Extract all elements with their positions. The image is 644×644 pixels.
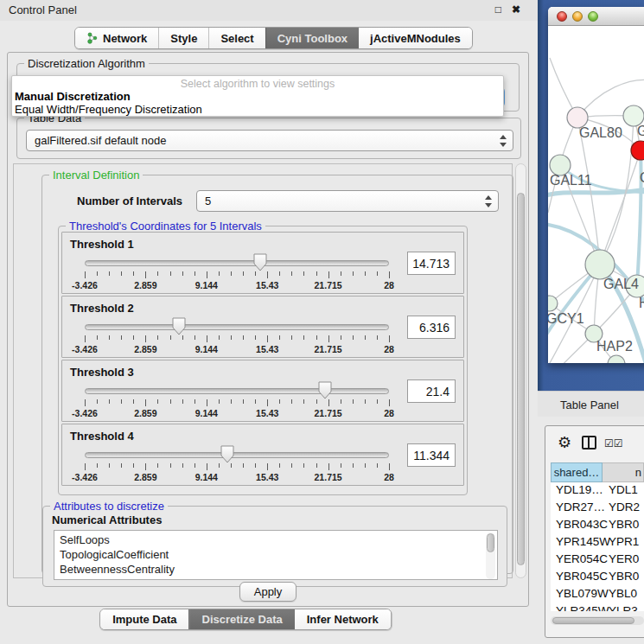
top-tab-bar: Network Style Select Cyni Toolbox jActiv… — [74, 27, 473, 49]
slider-ticks — [85, 463, 389, 470]
table-row[interactable]: YDR27…YDR2 — [551, 500, 644, 517]
float-window-icon[interactable]: □ — [495, 3, 501, 16]
tab-jactivemnodules[interactable]: jActiveMNodules — [359, 28, 472, 48]
tick-mark — [341, 399, 341, 404]
cell-shared-name[interactable]: YER054C — [551, 552, 603, 569]
network-canvas[interactable]: GAL80GACGAL11GAL4GCY1HHAP2 — [548, 27, 644, 363]
gear-icon[interactable]: ⚙ — [558, 435, 571, 450]
slider-thumb[interactable] — [172, 317, 186, 335]
tick-mark — [85, 271, 86, 278]
network-node[interactable] — [585, 250, 615, 279]
threshold-value-field[interactable]: 14.713 — [407, 252, 456, 275]
select-columns-icon[interactable]: ☑☑ — [604, 437, 623, 450]
threshold-value-field[interactable]: 21.4 — [407, 379, 456, 403]
network-window-titlebar[interactable] — [548, 7, 644, 26]
table-row[interactable]: YBR045CYBR0 — [551, 569, 644, 586]
slider-track[interactable] — [85, 260, 389, 266]
tick-mark — [303, 271, 304, 276]
network-node[interactable] — [631, 141, 644, 160]
table-row[interactable]: YDL19…YDL1 — [551, 482, 644, 500]
apply-button[interactable]: Apply — [239, 582, 296, 602]
cell-name[interactable]: YDR2 — [603, 500, 644, 517]
close-traffic-light[interactable] — [557, 11, 567, 22]
scrollbar-thumb[interactable] — [487, 533, 494, 552]
settings-vertical-scrollbar[interactable] — [515, 163, 526, 578]
tick-label: 15.43 — [256, 280, 278, 290]
cell-name[interactable]: YBR0 — [603, 569, 644, 586]
cell-name[interactable]: YDL1 — [603, 482, 644, 500]
table-row[interactable]: YLR345WYLR3 — [551, 603, 644, 611]
cell-shared-name[interactable]: YDL19… — [551, 482, 603, 500]
table-row[interactable]: YPR145WYPR1 — [551, 534, 644, 552]
cell-name[interactable]: YPR1 — [603, 534, 644, 552]
tick-mark — [145, 399, 146, 406]
threshold-slider[interactable]: -3.4262.8599.14415.4321.71528 — [85, 383, 389, 419]
cell-shared-name[interactable]: YPR145W — [551, 534, 603, 552]
slider-thumb[interactable] — [318, 381, 332, 399]
threshold-value-field[interactable]: 11.344 — [407, 443, 456, 467]
table-row[interactable]: YBL079WYBL0 — [551, 586, 644, 603]
slider-track[interactable] — [85, 452, 389, 458]
threshold-slider[interactable]: -3.4262.8599.14415.4321.71528 — [85, 447, 389, 483]
column-header-shared-name[interactable]: shared… — [551, 462, 603, 482]
popup-item-manual-discretization[interactable]: Manual Discretization — [15, 90, 131, 103]
cell-shared-name[interactable]: YDR27… — [551, 500, 603, 517]
threshold-value-field[interactable]: 6.316 — [407, 316, 456, 339]
tick-mark — [231, 399, 232, 404]
scrollbar-thumb[interactable] — [517, 193, 525, 564]
cell-name[interactable]: YLR3 — [603, 603, 644, 611]
split-columns-icon[interactable] — [582, 436, 596, 450]
num-intervals-combobox[interactable]: 5 — [196, 190, 499, 212]
tick-mark — [121, 335, 122, 340]
slider-ticklabels: -3.4262.8599.14415.4321.71528 — [85, 408, 389, 418]
tab-discretize-data[interactable]: Discretize Data — [189, 609, 295, 629]
cell-shared-name[interactable]: YBR045C — [551, 569, 603, 586]
table-data-combobox[interactable]: galFiltered.sif default node — [26, 130, 513, 151]
table-horizontal-scrollbar[interactable] — [551, 616, 644, 625]
column-header-name[interactable]: n — [603, 462, 644, 482]
tick-label: -3.426 — [72, 344, 98, 354]
table-row[interactable]: YER054CYER0 — [551, 552, 644, 569]
interval-definition-group: Interval Definition Number of Intervals … — [41, 175, 513, 574]
slider-thumb[interactable] — [253, 253, 267, 271]
cell-name[interactable]: YER0 — [603, 552, 644, 569]
scrollbar-thumb[interactable] — [552, 617, 634, 624]
attribute-list-scrollbar[interactable] — [486, 532, 495, 579]
group-title: Discretization Algorithm — [24, 57, 149, 70]
slider-track[interactable] — [85, 388, 389, 394]
tab-impute-data[interactable]: Impute Data — [100, 609, 188, 629]
slider-thumb[interactable] — [220, 445, 234, 463]
zoom-traffic-light[interactable] — [588, 11, 598, 22]
tick-mark — [170, 271, 171, 276]
cell-shared-name[interactable]: YBR043C — [551, 517, 603, 534]
attribute-item[interactable]: BetweennessCentrality — [60, 562, 497, 577]
tab-cyni-toolbox[interactable]: Cyni Toolbox — [265, 28, 359, 48]
attribute-item[interactable]: SelfLoops — [60, 532, 497, 547]
cell-name[interactable]: YBR0 — [603, 517, 644, 534]
tick-label: 2.859 — [134, 280, 156, 290]
tab-infer-network[interactable]: Infer Network — [295, 609, 391, 629]
tick-mark — [207, 463, 207, 470]
tick-mark — [365, 271, 366, 276]
threshold-panel-1: Threshold 1 -3.4262.8599.14415.4321.7152… — [61, 232, 464, 294]
table-row[interactable]: YBR043CYBR0 — [551, 517, 644, 534]
popup-item-equal-width-frequency[interactable]: Equal Width/Frequency Discretization — [15, 103, 202, 116]
tab-style[interactable]: Style — [158, 28, 208, 48]
threshold-label: Threshold 2 — [70, 302, 134, 315]
cytoscape-desktop: GAL80GACGAL11GAL4GCY1HHAP2 — [538, 0, 644, 391]
tab-network[interactable]: Network — [75, 28, 158, 48]
attribute-item[interactable]: TopologicalCoefficient — [60, 547, 497, 562]
close-window-icon[interactable]: ✖ — [512, 3, 520, 16]
cell-shared-name[interactable]: YLR345W — [551, 603, 603, 611]
cell-name[interactable]: YBL0 — [603, 586, 644, 603]
threshold-slider[interactable]: -3.4262.8599.14415.4321.71528 — [85, 319, 389, 355]
slider-ticklabels: -3.4262.8599.14415.4321.71528 — [85, 280, 389, 290]
tab-select[interactable]: Select — [208, 28, 265, 48]
threshold-panel-4: Threshold 4 -3.4262.8599.14415.4321.7152… — [61, 424, 464, 486]
minimize-traffic-light[interactable] — [572, 11, 583, 22]
attribute-list[interactable]: SelfLoopsTopologicalCoefficientBetweenne… — [54, 530, 498, 580]
threshold-slider[interactable]: -3.4262.8599.14415.4321.71528 — [85, 255, 389, 291]
control-panel-titlebar: Control Panel □ ✖ — [0, 0, 538, 21]
slider-track[interactable] — [85, 324, 389, 330]
cell-shared-name[interactable]: YBL079W — [551, 586, 603, 603]
